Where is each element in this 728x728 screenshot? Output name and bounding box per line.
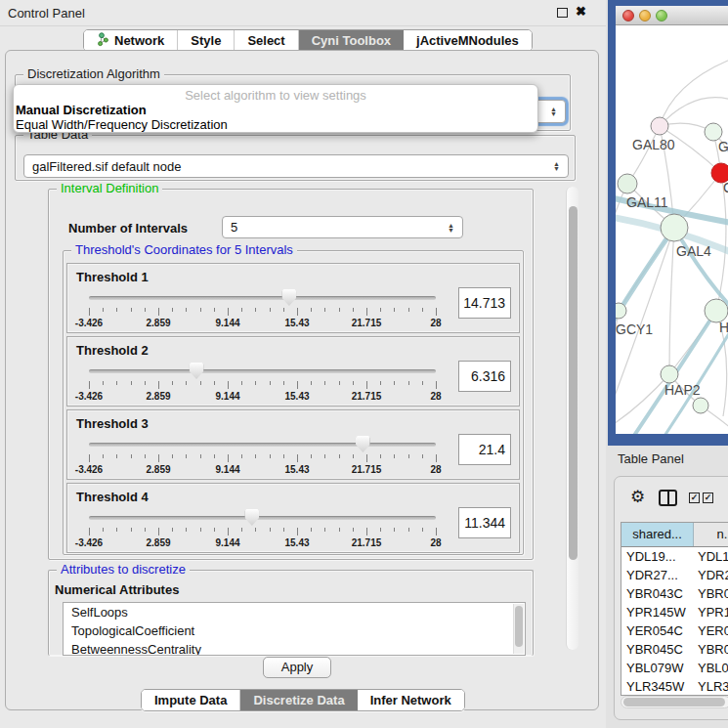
slider-track[interactable]	[89, 296, 436, 300]
top-tab-bar: NetworkStyleSelectCyni ToolboxjActiveMNo…	[83, 29, 533, 52]
bottom-tab-infer-network[interactable]: Infer Network	[358, 690, 464, 710]
table-data-combobox[interactable]: galFiltered.sif default node ▲▼	[23, 154, 569, 178]
cell-name[interactable]: YBR0	[698, 640, 728, 659]
network-node-label: GAL11	[626, 194, 668, 210]
tick-label: 2.859	[146, 391, 170, 402]
table-panel-title: Table Panel	[618, 451, 684, 466]
apply-button[interactable]: Apply	[263, 657, 331, 678]
network-window-titlebar[interactable]	[616, 6, 728, 25]
zoom-traffic-light-icon[interactable]	[656, 10, 667, 21]
close-icon[interactable]: ✖	[576, 4, 586, 19]
cell-shared-name[interactable]: YDR27...	[621, 566, 698, 584]
bottom-tab-label: Discretize Data	[253, 693, 344, 707]
cell-shared-name[interactable]: YBL079W	[621, 659, 698, 677]
bottom-tab-impute-data[interactable]: Impute Data	[142, 690, 240, 710]
network-view-window: GAL80GAL11GAL4GCY1HAP2GCH	[608, 0, 728, 446]
threshold-slider[interactable]: -3.4262.8599.14415.4321.71528	[89, 363, 436, 406]
table-row[interactable]: YDR27...YDR2	[621, 566, 728, 584]
slider-ticks	[89, 454, 436, 463]
attribute-list-item[interactable]: BetweennessCentrality	[64, 640, 525, 656]
table-data-value: galFiltered.sif default node	[32, 159, 181, 174]
tab-select[interactable]: Select	[235, 30, 298, 51]
cell-name[interactable]: YDL1	[698, 547, 728, 566]
slider-thumb[interactable]	[190, 363, 204, 379]
threshold-label: Threshold 4	[76, 490, 149, 504]
cell-shared-name[interactable]: YBR045C	[621, 640, 698, 659]
number-of-intervals-value: 5	[231, 220, 237, 235]
network-node[interactable]	[693, 398, 708, 413]
tick-label: 15.43	[284, 464, 309, 475]
cell-name[interactable]: YER0	[698, 621, 728, 640]
threshold-slider[interactable]: -3.4262.8599.14415.4321.71528	[89, 509, 436, 552]
threshold-value-field[interactable]: 6.316	[458, 361, 511, 392]
tab-cyni-toolbox[interactable]: Cyni Toolbox	[299, 30, 404, 51]
threshold-slider[interactable]: -3.4262.8599.14415.4321.71528	[89, 436, 436, 479]
attribute-list-item[interactable]: TopologicalCoefficient	[64, 621, 525, 640]
table-row[interactable]: YBR045CYBR0	[621, 640, 728, 659]
table-row[interactable]: YBR043CYBR0	[621, 584, 728, 603]
cell-name[interactable]: YDR2	[698, 566, 728, 584]
threshold-slider[interactable]: -3.4262.8599.14415.4321.71528	[89, 289, 436, 332]
network-node[interactable]	[616, 303, 626, 319]
column-header-name[interactable]: n...	[694, 523, 728, 546]
checkbox-icon[interactable]: ✓	[689, 492, 700, 503]
tick-label: 9.144	[215, 391, 239, 402]
slider-track[interactable]	[89, 369, 436, 373]
dropdown-item-manual-discretization[interactable]: Manual Discretization	[16, 103, 147, 117]
table-row[interactable]: YPR145WYPR1	[621, 603, 728, 621]
bottom-tab-discretize-data[interactable]: Discretize Data	[240, 690, 357, 710]
cell-name[interactable]: YPR1	[698, 603, 728, 621]
threshold-value-field[interactable]: 21.4	[458, 434, 511, 465]
close-traffic-light-icon[interactable]	[622, 10, 634, 21]
slider-thumb[interactable]	[281, 289, 296, 306]
tab-label: Style	[191, 33, 221, 48]
network-node-label: GAL4	[676, 243, 711, 259]
slider-thumb[interactable]	[244, 509, 259, 526]
cell-shared-name[interactable]: YDL19...	[621, 547, 698, 566]
settings-scrollbar[interactable]	[566, 187, 578, 650]
network-node[interactable]	[661, 365, 678, 383]
table-data-group: Table Data galFiltered.sif default node …	[15, 135, 576, 181]
table-horizontal-scrollbar[interactable]	[621, 696, 728, 708]
column-header-shared-name[interactable]: shared...	[621, 523, 694, 546]
number-of-intervals-combobox[interactable]: 5 ▲▼	[222, 216, 463, 238]
cell-shared-name[interactable]: YLR345W	[621, 677, 698, 696]
threshold-value-field[interactable]: 11.344	[458, 507, 511, 538]
threshold-value-field[interactable]: 14.713	[458, 287, 511, 319]
tick-label: 9.144	[215, 464, 239, 475]
cell-shared-name[interactable]: YER054C	[621, 621, 698, 640]
table-row[interactable]: YDL19...YDL1	[621, 547, 728, 566]
float-window-icon[interactable]	[557, 8, 568, 18]
cell-shared-name[interactable]: YBR043C	[621, 584, 698, 603]
table-row[interactable]: YER054CYER0	[621, 621, 728, 640]
cell-name[interactable]: YBL0	[698, 659, 728, 677]
cell-name[interactable]: YBR0	[698, 584, 728, 603]
tick-label: -3.426	[75, 537, 103, 548]
tab-style[interactable]: Style	[178, 30, 235, 51]
attributes-scrollbar[interactable]	[513, 604, 524, 654]
table-row[interactable]: YLR345WYLR3	[621, 677, 728, 696]
tab-jactivemnodules[interactable]: jActiveMNodules	[404, 30, 532, 51]
slider-track[interactable]	[89, 443, 436, 447]
minimize-traffic-light-icon[interactable]	[639, 10, 651, 21]
network-node-label: H	[719, 320, 728, 335]
control-panel-titlebar: Control Panel ✖	[0, 0, 606, 26]
attribute-list-item[interactable]: SelfLoops	[64, 603, 525, 621]
network-node[interactable]	[661, 214, 688, 241]
dropdown-item-equal-width-frequency[interactable]: Equal Width/Frequency Discretization	[16, 117, 228, 132]
number-of-intervals-label: Number of Intervals	[68, 221, 188, 236]
cell-shared-name[interactable]: YPR145W	[621, 603, 698, 621]
slider-tick-labels: -3.4262.8599.14415.4321.71528	[89, 464, 436, 476]
network-node[interactable]	[618, 174, 637, 193]
slider-thumb[interactable]	[356, 436, 370, 452]
slider-track[interactable]	[89, 516, 436, 520]
network-canvas[interactable]: GAL80GAL11GAL4GCY1HAP2GCH	[616, 25, 728, 434]
table-row[interactable]: YBL079WYBL0	[621, 659, 728, 677]
checkbox-icon[interactable]: ✓	[703, 492, 713, 503]
split-columns-icon[interactable]	[659, 490, 677, 506]
gear-icon[interactable]: ⚙	[630, 487, 645, 507]
tick-label: 28	[430, 537, 441, 548]
network-node[interactable]	[651, 117, 668, 135]
cell-name[interactable]: YLR3	[698, 677, 728, 696]
tab-network[interactable]: Network	[84, 30, 178, 51]
